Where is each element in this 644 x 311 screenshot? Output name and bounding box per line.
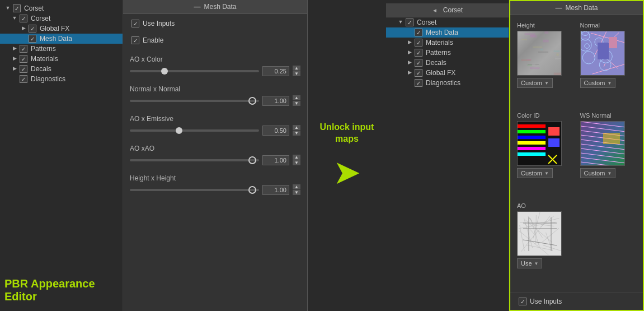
- left-panel-minus[interactable]: —: [194, 3, 200, 11]
- tree-item-diagnostics[interactable]: Diagnostics: [0, 74, 123, 84]
- label-corset: Corset: [24, 4, 44, 12]
- arrow-materials: [11, 55, 18, 62]
- height-dropdown-btn[interactable]: Custom ▼: [517, 78, 553, 88]
- texture-ao-thumb: [517, 211, 562, 256]
- ao-color-spin-down[interactable]: ▼: [293, 71, 300, 76]
- tree-item-global-fx2[interactable]: Global FX: [386, 68, 509, 78]
- tree-item-corset-child[interactable]: Corset: [0, 13, 123, 24]
- texture-height-dropdown: Custom ▼: [517, 78, 553, 88]
- label-diagnostics: Diagnostics: [31, 75, 65, 83]
- normal-dropdown-label: Custom: [584, 80, 605, 86]
- texture-height-label: Height: [517, 22, 535, 29]
- slider-ao-ao-track[interactable]: [130, 159, 259, 161]
- checkbox-corset[interactable]: [13, 4, 21, 12]
- ao-color-spin-up[interactable]: ▲: [293, 66, 300, 71]
- slider-ao-emissive-thumb[interactable]: [176, 127, 182, 134]
- checkbox-corset2[interactable]: [406, 18, 413, 26]
- slider-height-height-track[interactable]: [130, 189, 259, 191]
- texture-height: Height Custom ▼: [517, 22, 574, 105]
- label-materials2: Materials: [426, 39, 453, 47]
- checkbox-materials[interactable]: [20, 55, 27, 63]
- texture-color-id: Color ID Custom ▼: [517, 112, 574, 196]
- ao-canvas: [518, 212, 562, 256]
- height-height-spin-down[interactable]: ▼: [293, 190, 300, 195]
- ws-normal-canvas: [581, 122, 625, 166]
- checkbox-global-fx2[interactable]: [415, 69, 422, 77]
- normal-normal-value[interactable]: [262, 96, 289, 106]
- ao-ao-spin-down[interactable]: ▼: [293, 160, 300, 165]
- texture-normal-thumb: [580, 31, 625, 76]
- right-panel-minus[interactable]: —: [555, 4, 562, 12]
- checkbox-diagnostics[interactable]: [20, 75, 27, 83]
- label-patterns2: Patterns: [426, 49, 451, 57]
- use-inputs-checkbox[interactable]: [131, 20, 139, 27]
- height-dropdown-arrow: ▼: [544, 81, 549, 86]
- color-id-dropdown-btn[interactable]: Custom ▼: [517, 168, 553, 178]
- checkbox-diagnostics2[interactable]: [415, 79, 422, 87]
- checkbox-decals[interactable]: [20, 65, 27, 73]
- enable-checkbox[interactable]: [131, 36, 139, 44]
- label-decals: Decals: [31, 65, 51, 73]
- ao-color-value[interactable]: [262, 66, 289, 76]
- normal-normal-spin-down[interactable]: ▼: [293, 101, 300, 106]
- right-tree-indicator: ◄: [432, 7, 438, 13]
- enable-row: Enable: [130, 36, 300, 44]
- tree-item-patterns2[interactable]: Patterns: [386, 48, 509, 58]
- slider-normal-normal-thumb[interactable]: [248, 97, 256, 105]
- tree-item-materials[interactable]: Materials: [0, 54, 123, 64]
- height-height-value[interactable]: [262, 185, 289, 195]
- ao-emissive-spin-up[interactable]: ▲: [293, 125, 300, 130]
- slider-ao-ao: AO xAO ▲ ▼: [130, 145, 300, 165]
- tree-item-mesh-data[interactable]: Mesh Data: [0, 34, 123, 44]
- normal-normal-spin-up[interactable]: ▲: [293, 95, 300, 100]
- height-height-spin-up[interactable]: ▲: [293, 184, 300, 189]
- ws-normal-dropdown-btn[interactable]: Custom ▼: [580, 168, 616, 178]
- tree-item-corset2[interactable]: Corset: [386, 17, 509, 27]
- normal-dropdown-btn[interactable]: Custom ▼: [580, 78, 616, 88]
- tree-item-corset[interactable]: Corset: [0, 3, 123, 13]
- slider-ao-color-thumb[interactable]: [161, 68, 168, 75]
- tree-item-global-fx[interactable]: Global FX: [0, 24, 123, 34]
- tree-item-patterns[interactable]: Patterns: [0, 44, 123, 54]
- slider-normal-normal-track[interactable]: [130, 100, 259, 102]
- ao-ao-value[interactable]: [262, 155, 289, 165]
- tree-item-decals[interactable]: Decals: [0, 64, 123, 74]
- right-use-inputs-checkbox[interactable]: [519, 298, 527, 305]
- normal-normal-spin: ▲ ▼: [293, 95, 300, 106]
- checkbox-patterns[interactable]: [20, 45, 27, 53]
- ao-emissive-value[interactable]: [262, 126, 289, 136]
- label-patterns: Patterns: [31, 45, 56, 53]
- checkbox-materials2[interactable]: [415, 39, 422, 47]
- enable-label: Enable: [143, 36, 163, 44]
- tree-item-materials2[interactable]: Materials: [386, 38, 509, 48]
- ao-dropdown-btn[interactable]: Use ▼: [517, 258, 542, 268]
- tree-item-mesh-data2[interactable]: Mesh Data: [386, 27, 509, 38]
- arrow-corset: [4, 5, 11, 12]
- slider-ao-emissive-track[interactable]: [130, 129, 259, 132]
- texture-ws-normal-dropdown: Custom ▼: [580, 168, 616, 178]
- slider-normal-normal-row: ▲ ▼: [130, 95, 300, 106]
- checkbox-mesh-data2[interactable]: [415, 29, 422, 36]
- texture-normal-label: Normal: [580, 22, 600, 29]
- left-panel-header: — Mesh Data: [123, 0, 307, 14]
- slider-ao-ao-thumb[interactable]: [248, 156, 256, 164]
- ao-emissive-spin-down[interactable]: ▼: [293, 131, 300, 136]
- tree-item-decals2[interactable]: Decals: [386, 58, 509, 68]
- checkbox-patterns2[interactable]: [415, 49, 422, 57]
- checkbox-global-fx[interactable]: [29, 25, 36, 33]
- slider-ao-color-track[interactable]: [130, 70, 259, 72]
- ao-ao-spin-up[interactable]: ▲: [293, 155, 300, 160]
- checkbox-corset-child[interactable]: [20, 15, 27, 22]
- left-panel-title: Mesh Data: [204, 3, 236, 11]
- right-mesh-panel: — Mesh Data Height Custom ▼ Normal: [509, 0, 644, 311]
- tree-item-diagnostics2[interactable]: Diagnostics: [386, 78, 509, 88]
- unlock-text: Unlock input maps: [313, 122, 380, 145]
- checkbox-decals2[interactable]: [415, 59, 422, 67]
- ao-color-spin: ▲ ▼: [293, 66, 300, 76]
- label-global-fx: Global FX: [40, 25, 69, 33]
- label-decals2: Decals: [426, 59, 446, 67]
- slider-height-height-thumb[interactable]: [248, 186, 256, 194]
- big-arrow-icon: ➤: [333, 156, 361, 189]
- slider-ao-color-row: ▲ ▼: [130, 66, 300, 76]
- checkbox-mesh-data[interactable]: [29, 35, 36, 43]
